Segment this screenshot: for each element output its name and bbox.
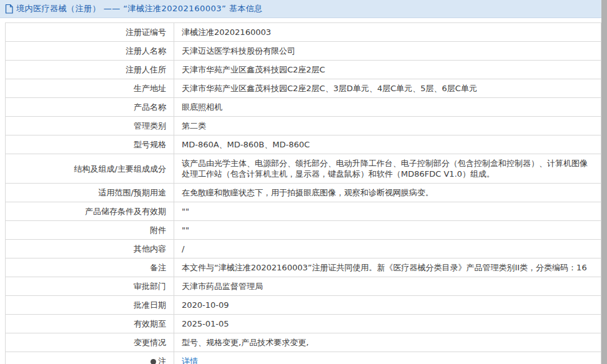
row-value: 天津市华苑产业区鑫茂科技园C2座2层C、3层D单元、4层C单元、5层、6层C单元 <box>174 79 601 98</box>
row-label: 产品储存条件及有效期 <box>6 202 174 221</box>
row-value: 型号、规格变更,产品技术要求变更, <box>174 333 601 352</box>
row-value: 天津市药品监督管理局 <box>174 277 601 296</box>
document-icon <box>5 4 13 14</box>
row-label: 结构及组成/主要组成成分 <box>6 154 174 184</box>
table-row: 注详情 <box>6 352 601 364</box>
row-label: 附件 <box>6 221 174 240</box>
row-value: MD-860A、MD-860B、MD-860C <box>174 135 601 154</box>
row-label: 注册证编号 <box>6 23 174 42</box>
row-label: 注 <box>6 352 174 364</box>
row-label: 注册人住所 <box>6 61 174 79</box>
row-value: 本文件与“津械注准20202160003”注册证共同使用。新《医疗器械分类目录》… <box>174 258 601 277</box>
row-value: 津械注准20202160003 <box>174 23 601 42</box>
row-label: 产品名称 <box>6 98 174 117</box>
row-label: 审批部门 <box>6 277 174 296</box>
registration-info-page: 境内医疗器械（注册） —— “津械注准20202160003” 基本信息 注册证… <box>0 0 601 364</box>
row-value: 2020-10-09 <box>174 296 601 315</box>
row-value: / <box>174 240 601 258</box>
info-table-container: 注册证编号津械注准20202160003注册人名称天津迈达医学科技股份有限公司注… <box>0 18 601 364</box>
table-row: 型号规格MD-860A、MD-860B、MD-860C <box>6 135 601 154</box>
row-value: 2025-01-05 <box>174 315 601 333</box>
table-row: 变更情况型号、规格变更,产品技术要求变更, <box>6 333 601 352</box>
table-row: 有效期至2025-01-05 <box>6 315 601 333</box>
note-bullet-icon <box>151 359 156 364</box>
row-value: "" <box>174 202 601 221</box>
table-row: 适用范围/预期用途在免散瞳和散瞳状态下，用于拍摄眼底图像，观察和诊断视网膜病变。 <box>6 184 601 202</box>
table-row: 其他内容/ <box>6 240 601 258</box>
row-value: 详情 <box>174 352 601 364</box>
row-value: 该产品由光学主体、电源部分、颌托部分、电动升降工作台、电子控制部分（包含控制盒和… <box>174 154 601 184</box>
page-title: 境内医疗器械（注册） —— “津械注准20202160003” 基本信息 <box>16 3 263 14</box>
row-label: 批准日期 <box>6 296 174 315</box>
page-header: 境内医疗器械（注册） —— “津械注准20202160003” 基本信息 <box>0 0 601 18</box>
table-row: 注册人名称天津迈达医学科技股份有限公司 <box>6 42 601 61</box>
row-label: 备注 <box>6 258 174 277</box>
row-label: 管理类别 <box>6 117 174 135</box>
row-value: 眼底照相机 <box>174 98 601 117</box>
row-label: 型号规格 <box>6 135 174 154</box>
table-row: 管理类别第二类 <box>6 117 601 135</box>
row-label: 适用范围/预期用途 <box>6 184 174 202</box>
table-row: 备注本文件与“津械注准20202160003”注册证共同使用。新《医疗器械分类目… <box>6 258 601 277</box>
row-value: "" <box>174 221 601 240</box>
table-row: 审批部门天津市药品监督管理局 <box>6 277 601 296</box>
info-table: 注册证编号津械注准20202160003注册人名称天津迈达医学科技股份有限公司注… <box>5 22 601 364</box>
row-value: 第二类 <box>174 117 601 135</box>
detail-link[interactable]: 详情 <box>182 357 198 364</box>
table-row: 附件"" <box>6 221 601 240</box>
row-label: 变更情况 <box>6 333 174 352</box>
table-row: 产品名称眼底照相机 <box>6 98 601 117</box>
row-value: 在免散瞳和散瞳状态下，用于拍摄眼底图像，观察和诊断视网膜病变。 <box>174 184 601 202</box>
row-value: 天津迈达医学科技股份有限公司 <box>174 42 601 61</box>
table-row: 生产地址天津市华苑产业区鑫茂科技园C2座2层C、3层D单元、4层C单元、5层、6… <box>6 79 601 98</box>
row-label: 生产地址 <box>6 79 174 98</box>
table-row: 注册证编号津械注准20202160003 <box>6 23 601 42</box>
row-label: 有效期至 <box>6 315 174 333</box>
table-row: 注册人住所天津市华苑产业区鑫茂科技园C2座2层C <box>6 61 601 79</box>
row-label: 注册人名称 <box>6 42 174 61</box>
row-value: 天津市华苑产业区鑫茂科技园C2座2层C <box>174 61 601 79</box>
row-label: 其他内容 <box>6 240 174 258</box>
table-row: 产品储存条件及有效期"" <box>6 202 601 221</box>
table-row: 批准日期2020-10-09 <box>6 296 601 315</box>
table-row: 结构及组成/主要组成成分该产品由光学主体、电源部分、颌托部分、电动升降工作台、电… <box>6 154 601 184</box>
